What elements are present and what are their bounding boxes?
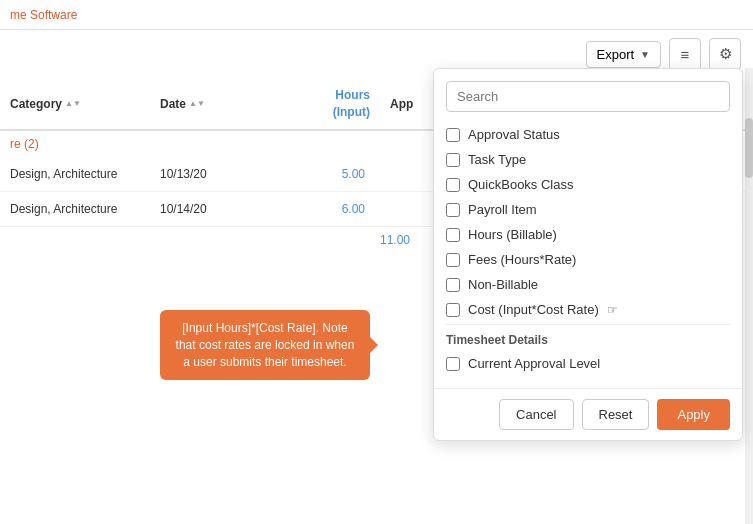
cell-date: 10/14/20 [150, 198, 270, 220]
checkbox-current-approval[interactable]: Current Approval Level [446, 351, 730, 376]
checkbox-cost[interactable]: Cost (Input*Cost Rate) ☞ [446, 297, 730, 322]
tooltip: [Input Hours]*[Cost Rate]. Note that cos… [160, 310, 370, 380]
checkbox-approval-status[interactable]: Approval Status [446, 122, 730, 147]
col-category[interactable]: Category ▲▼ [0, 84, 150, 123]
filter-button[interactable]: ≡ [669, 38, 701, 70]
cell-category: Design, Architecture [0, 198, 150, 220]
filter-icon: ≡ [681, 46, 690, 63]
scrollbar-thumb[interactable] [745, 118, 753, 178]
checkbox-payroll-item-input[interactable] [446, 203, 460, 217]
checkbox-hours-billable-input[interactable] [446, 228, 460, 242]
chevron-down-icon: ▼ [640, 49, 650, 60]
checkbox-quickbooks-class[interactable]: QuickBooks Class [446, 172, 730, 197]
cell-date: 10/13/20 [150, 163, 270, 185]
tooltip-text: [Input Hours]*[Cost Rate]. Note that cos… [176, 321, 355, 369]
export-label: Export [597, 47, 635, 62]
sort-icon: ▲▼ [189, 100, 205, 108]
checkbox-fees-input[interactable] [446, 253, 460, 267]
checkbox-task-type[interactable]: Task Type [446, 147, 730, 172]
checkbox-current-approval-input[interactable] [446, 357, 460, 371]
export-button[interactable]: Export ▼ [586, 41, 661, 68]
checkbox-cost-input[interactable] [446, 303, 460, 317]
tooltip-arrow [370, 337, 378, 353]
checkbox-approval-status-input[interactable] [446, 128, 460, 142]
checkbox-hours-billable[interactable]: Hours (Billable) [446, 222, 730, 247]
cell-category: Design, Architecture [0, 163, 150, 185]
checkbox-fees[interactable]: Fees (Hours*Rate) [446, 247, 730, 272]
checkbox-quickbooks-class-input[interactable] [446, 178, 460, 192]
apply-button[interactable]: Apply [657, 399, 730, 430]
cursor-hand-icon: ☞ [607, 303, 618, 317]
sort-icon: ▲▼ [65, 100, 81, 108]
panel-footer: Cancel Reset Apply [434, 388, 742, 440]
col-date[interactable]: Date ▲▼ [150, 84, 270, 123]
checkbox-non-billable-input[interactable] [446, 278, 460, 292]
col-hours[interactable]: Hours (Input) [270, 84, 380, 123]
cell-hours: 6.00 [270, 198, 380, 220]
cell-hours: 5.00 [270, 163, 380, 185]
reset-button[interactable]: Reset [582, 399, 650, 430]
filter-dropdown-panel: Approval Status Task Type QuickBooks Cla… [433, 68, 743, 441]
scrollbar-track[interactable] [745, 68, 753, 524]
search-input[interactable] [446, 81, 730, 112]
timesheet-details-label: Timesheet Details [446, 324, 730, 351]
settings-button[interactable]: ⚙ [709, 38, 741, 70]
total-value: 11.00 [380, 233, 425, 247]
checkbox-non-billable[interactable]: Non-Billable [446, 272, 730, 297]
cancel-button[interactable]: Cancel [499, 399, 573, 430]
app-title: me Software [10, 8, 77, 22]
settings-icon: ⚙ [719, 45, 732, 63]
checkbox-payroll-item[interactable]: Payroll Item [446, 197, 730, 222]
checkbox-task-type-input[interactable] [446, 153, 460, 167]
